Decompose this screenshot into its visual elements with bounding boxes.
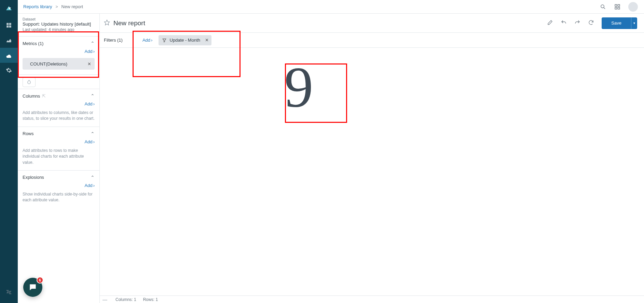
edit-icon[interactable] [547,19,553,27]
metric-chip-remove-icon[interactable]: ✕ [87,61,91,67]
nav-rail [0,0,18,303]
visualization-type-row [18,75,99,89]
columns-title: Columns [23,93,40,99]
svg-rect-10 [615,7,617,9]
filters-label: Filters (1) [104,38,123,43]
nav-item-datasets[interactable] [0,48,18,63]
result-area: 9 [100,48,644,295]
save-button[interactable]: Save [602,17,631,29]
svg-rect-3 [9,23,11,25]
filter-chip-label: Update - Month [169,38,200,43]
columns-collapse-icon[interactable]: ⌃ [91,93,95,99]
report-title[interactable]: New report [113,19,145,27]
rows-title: Rows [23,131,34,136]
rows-add-button[interactable]: Add › [85,139,95,144]
breadcrumb-root-link[interactable]: Reports library [23,4,52,9]
svg-point-6 [601,5,604,8]
dataset-name: Support: Updates history [default] [23,21,95,27]
svg-rect-11 [618,7,620,9]
metrics-collapse-icon[interactable]: ⌃ [91,41,95,46]
filter-icon [162,38,167,43]
svg-rect-8 [615,4,617,6]
save-dropdown-icon[interactable]: ▾ [631,17,637,29]
apps-grid-icon[interactable] [614,3,621,10]
metrics-add-button[interactable]: Add › [85,49,95,54]
columns-section: Columns ⇱ ⌃ Add › Add attributes to colu… [18,89,99,127]
status-rows: Rows: 1 [143,297,158,302]
explosions-title: Explosions [23,175,44,180]
result-value: 9 [284,58,313,116]
metrics-section: Metrics (1) ⌃ Add › COUNT(Deletions) ✕ [18,37,99,75]
rows-section: Rows ⌃ Add › Add attributes to rows to m… [18,127,99,171]
chat-widget[interactable]: 6 [23,278,42,297]
nav-item-zendesk[interactable] [0,285,18,300]
undo-icon[interactable] [561,19,567,27]
dataset-block[interactable]: Dataset Support: Updates history [defaul… [18,14,99,37]
nav-item-settings[interactable] [0,63,18,78]
status-collapse-icon[interactable]: — [102,297,109,302]
breadcrumb-separator: > [56,4,58,9]
redo-icon[interactable] [574,19,580,27]
rows-collapse-icon[interactable]: ⌃ [91,131,95,136]
status-columns: Columns: 1 [115,297,136,302]
svg-line-7 [604,8,605,9]
chat-badge: 6 [37,277,43,284]
nav-item-dashboards[interactable] [0,18,18,33]
metrics-title: Metrics (1) [23,41,43,46]
user-avatar[interactable] [628,2,638,12]
svg-rect-5 [9,26,11,28]
dataset-updated: Last updated: 4 minutes ago [23,27,95,32]
status-bar: — Columns: 1 Rows: 1 [100,295,644,303]
svg-rect-9 [618,4,620,6]
explosions-hint: Show individual charts side-by-side for … [23,191,95,203]
filter-chip[interactable]: Update - Month ✕ [159,35,211,45]
svg-rect-2 [6,23,9,25]
metric-chip-label: COUNT(Deletions) [30,61,67,67]
svg-rect-4 [6,26,9,28]
explosions-section: Explosions ⌃ Add › Show individual chart… [18,171,99,208]
breadcrumb-current: New report [61,4,83,9]
filters-bar: Filters (1) Add › Update - Month ✕ [100,33,644,48]
columns-add-button[interactable]: Add › [85,101,95,106]
filters-add-button[interactable]: Add › [142,38,152,43]
nav-item-reports[interactable] [0,33,18,48]
columns-external-icon: ⇱ [42,93,46,99]
explosions-collapse-icon[interactable]: ⌃ [91,175,95,180]
svg-marker-12 [105,20,110,25]
breadcrumb: Reports library > New report [23,4,83,9]
refresh-icon[interactable] [588,19,594,27]
topbar: Reports library > New report [18,0,644,14]
dataset-label: Dataset [23,17,95,21]
filter-chip-remove-icon[interactable]: ✕ [203,38,209,43]
favorite-star-icon[interactable] [104,19,110,27]
app-logo[interactable] [0,2,18,16]
rows-hint: Add attributes to rows to make individua… [23,148,95,165]
search-icon[interactable] [600,3,606,10]
explosions-add-button[interactable]: Add › [85,183,95,188]
columns-hint: Add attributes to columns, like dates or… [23,110,95,122]
metric-chip[interactable]: COUNT(Deletions) ✕ [23,58,95,70]
chat-icon [28,283,37,292]
visualization-tab[interactable] [23,77,36,87]
report-header: New report Save ▾ [100,14,644,33]
config-panel: Dataset Support: Updates history [defaul… [18,14,100,303]
